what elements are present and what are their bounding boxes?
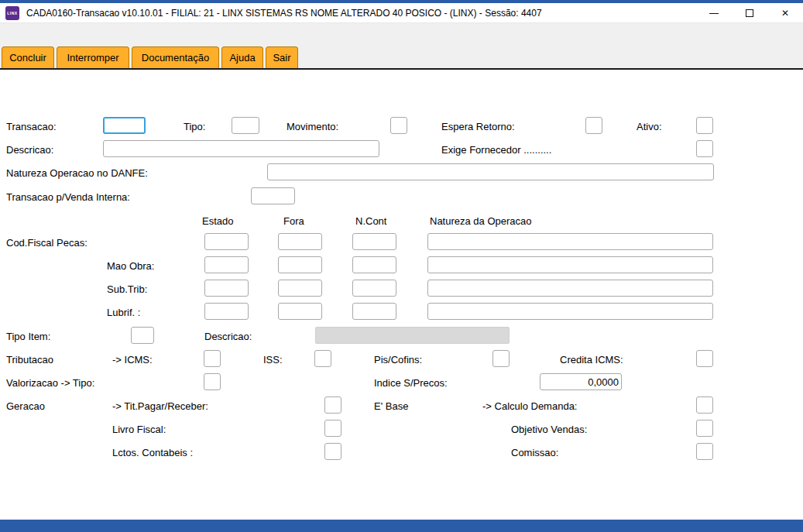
tipo-input[interactable] xyxy=(232,117,259,134)
sub-trib-ncont-input[interactable] xyxy=(352,280,396,297)
cod-fiscal-pecas-fora-input[interactable] xyxy=(278,233,322,250)
icms-label: -> ICMS: xyxy=(112,354,153,366)
tipo-item-descricao-display xyxy=(315,327,510,344)
titlebar: LINX CADA0160-Transacao v10.10.01 - FILI… xyxy=(0,3,803,23)
pis-cofins-label: Pis/Cofins: xyxy=(374,354,422,366)
valorizacao-tipo-input[interactable] xyxy=(204,373,221,390)
espera-retorno-label: Espera Retorno: xyxy=(441,121,515,132)
objetivo-vendas-label: Objetivo Vendas: xyxy=(511,424,587,435)
geracao-label: Geracao xyxy=(6,400,45,412)
tit-pagar-receber-input[interactable] xyxy=(324,396,341,414)
indice-precos-label: Indice S/Precos: xyxy=(374,377,448,389)
descricao-input[interactable] xyxy=(103,140,379,157)
close-icon: ✕ xyxy=(781,8,789,19)
iss-label: ISS: xyxy=(263,354,283,366)
sub-trib-fora-input[interactable] xyxy=(278,280,322,297)
e-base-label: E' Base xyxy=(374,400,408,412)
maximize-button[interactable] xyxy=(732,3,767,22)
indice-precos-input[interactable] xyxy=(540,373,622,390)
lctos-contabeis-input[interactable] xyxy=(324,443,341,460)
grid-header-fora: Fora xyxy=(283,215,304,227)
transaction-form: Transacao: Tipo: Movimento: Espera Retor… xyxy=(0,71,803,520)
tit-pagar-receber-label: -> Tit.Pagar/Receber: xyxy=(112,400,208,412)
venda-interna-label: Transacao p/Venda Interna: xyxy=(6,191,130,203)
grid-header-ncont: N.Cont xyxy=(355,215,386,227)
cod-fiscal-pecas-estado-input[interactable] xyxy=(204,233,249,250)
tipo-label: Tipo: xyxy=(184,121,205,132)
lubrif-estado-input[interactable] xyxy=(204,303,249,320)
lctos-contabeis-label: Lctos. Contabeis : xyxy=(112,447,193,458)
mao-obra-estado-input[interactable] xyxy=(204,256,249,273)
movimento-label: Movimento: xyxy=(287,121,338,132)
cod-fiscal-pecas-natureza-input[interactable] xyxy=(427,233,713,250)
mao-obra-fora-input[interactable] xyxy=(278,256,322,273)
tab-concluir[interactable]: Concluir xyxy=(2,46,54,68)
lubrif-fora-input[interactable] xyxy=(278,303,322,320)
tab-sair[interactable]: Sair xyxy=(266,46,298,68)
calculo-demanda-input[interactable] xyxy=(696,396,713,414)
descricao-label: Descricao: xyxy=(6,144,53,156)
valorizacao-tipo-label: Valorizacao -> Tipo: xyxy=(6,377,94,389)
lubrif-natureza-input[interactable] xyxy=(427,303,713,320)
window-accent-strip-bottom xyxy=(0,520,803,532)
ativo-input[interactable] xyxy=(696,117,713,134)
exige-fornecedor-label: Exige Fornecedor .......... xyxy=(441,144,551,156)
tributacao-label: Tributacao xyxy=(6,354,53,366)
maximize-icon xyxy=(746,9,753,17)
toolbar-tabstrip: Concluir Interromper Documentação Ajuda … xyxy=(0,23,803,70)
livro-fiscal-input[interactable] xyxy=(324,420,341,437)
mao-obra-ncont-input[interactable] xyxy=(352,256,396,273)
movimento-input[interactable] xyxy=(390,117,407,134)
grid-header-estado: Estado xyxy=(202,215,233,227)
mao-obra-natureza-input[interactable] xyxy=(427,256,713,273)
tipo-item-descricao-label: Descricao: xyxy=(204,331,252,342)
grid-header-natureza: Natureza da Operacao xyxy=(430,215,532,227)
close-button[interactable]: ✕ xyxy=(767,3,803,22)
credita-icms-input[interactable] xyxy=(696,350,713,367)
window-controls: — ✕ xyxy=(696,3,803,22)
icms-input[interactable] xyxy=(204,350,221,367)
ativo-label: Ativo: xyxy=(637,121,662,132)
venda-interna-input[interactable] xyxy=(251,187,295,204)
comissao-input[interactable] xyxy=(696,443,713,460)
iss-input[interactable] xyxy=(314,350,331,367)
window-title: CADA0160-Transacao v10.10.01 - FILIAL: 2… xyxy=(26,8,542,19)
comissao-label: Comissao: xyxy=(511,447,558,458)
calculo-demanda-label: -> Calculo Demanda: xyxy=(482,400,577,412)
tipo-item-input[interactable] xyxy=(131,327,154,344)
exige-fornecedor-input[interactable] xyxy=(696,140,713,157)
tipo-item-label: Tipo Item: xyxy=(6,331,50,342)
transacao-input[interactable] xyxy=(103,117,146,134)
sub-trib-estado-input[interactable] xyxy=(204,280,249,297)
minimize-icon: — xyxy=(709,8,719,19)
livro-fiscal-label: Livro Fiscal: xyxy=(112,424,166,435)
lubrif-label: Lubrif. : xyxy=(107,307,140,318)
cod-fiscal-pecas-label: Cod.Fiscal Pecas: xyxy=(6,237,88,249)
tab-documentacao[interactable]: Documentação xyxy=(132,46,219,68)
transacao-label: Transacao: xyxy=(6,121,57,132)
natureza-danfe-input[interactable] xyxy=(267,163,714,180)
minimize-button[interactable]: — xyxy=(696,3,732,22)
credita-icms-label: Credita ICMS: xyxy=(560,354,623,366)
natureza-danfe-label: Natureza Operacao no DANFE: xyxy=(6,167,148,179)
espera-retorno-input[interactable] xyxy=(585,117,602,134)
mao-obra-label: Mao Obra: xyxy=(107,260,154,272)
sub-trib-natureza-input[interactable] xyxy=(427,280,713,297)
cod-fiscal-pecas-ncont-input[interactable] xyxy=(352,233,396,250)
sub-trib-label: Sub.Trib: xyxy=(107,283,147,295)
tab-ajuda[interactable]: Ajuda xyxy=(221,46,263,68)
pis-cofins-input[interactable] xyxy=(492,350,510,367)
lubrif-ncont-input[interactable] xyxy=(352,303,396,320)
tab-interromper[interactable]: Interromper xyxy=(57,46,129,68)
linx-logo-icon: LINX xyxy=(5,6,19,20)
objetivo-vendas-input[interactable] xyxy=(696,420,713,437)
